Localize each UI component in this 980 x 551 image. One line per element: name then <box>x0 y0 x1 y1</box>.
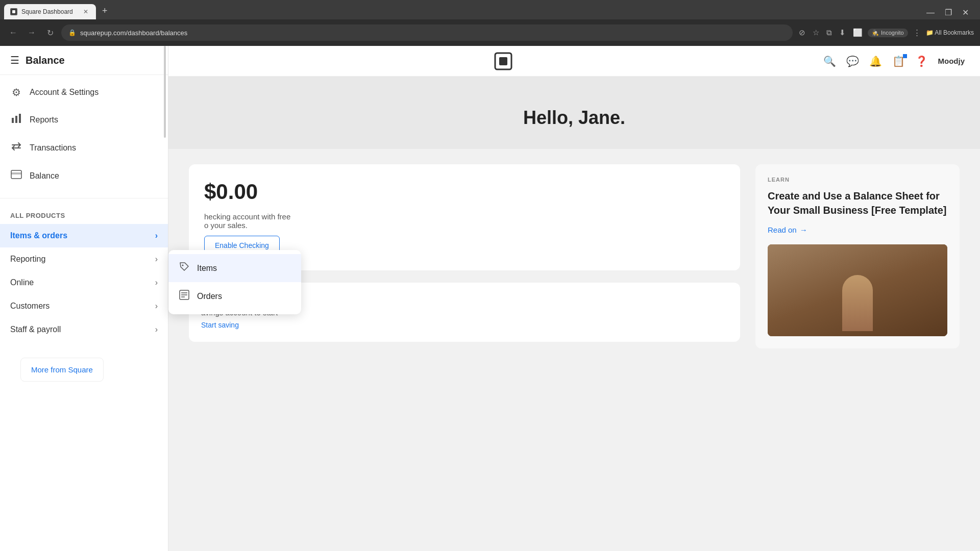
more-from-square-button[interactable]: More from Square <box>20 358 104 382</box>
square-logo-icon <box>494 52 512 70</box>
camera-off-icon[interactable]: ⊘ <box>797 26 807 39</box>
toolbar-actions: ⊘ ☆ ⧉ ⬇ ⬜ 🕵 Incognito ⋮ 📁 All Bookmarks <box>797 26 974 39</box>
user-menu-button[interactable]: Moodjy <box>938 57 965 65</box>
dropdown-item-orders[interactable]: Orders <box>168 282 301 310</box>
device-icon[interactable]: ⬜ <box>851 26 865 39</box>
square-logo <box>494 52 512 70</box>
sidebar: ☰ Balance ⚙ Account & Settings Reports <box>0 46 168 551</box>
extensions-icon[interactable]: ⧉ <box>824 26 834 39</box>
browser-toolbar: ← → ↻ 🔒 squarepup.com/dashboard/balances… <box>0 19 980 46</box>
gear-icon: ⚙ <box>10 86 22 98</box>
staff-payroll-label: Staff & payroll <box>10 325 61 334</box>
sidebar-item-staff-payroll[interactable]: Staff & payroll › <box>0 318 168 341</box>
hero-section: Hello, Jane. <box>168 77 980 149</box>
sidebar-item-account-settings[interactable]: ⚙ Account & Settings <box>0 79 168 106</box>
chevron-right-icon: › <box>155 255 158 264</box>
sidebar-navigation: ⚙ Account & Settings Reports <box>0 75 168 194</box>
video-placeholder-bg <box>768 244 947 336</box>
tab-bar: Square Dashboard ✕ + — ❐ ✕ <box>0 0 980 19</box>
messages-button[interactable]: 💬 <box>846 55 859 67</box>
refresh-button[interactable]: ↻ <box>43 26 57 40</box>
lock-icon: 🔒 <box>68 29 76 36</box>
sidebar-item-online[interactable]: Online › <box>0 271 168 294</box>
incognito-badge: 🕵 Incognito <box>868 29 908 37</box>
app-header: 🔍 💬 🔔 📋 ❓ Moodjy <box>168 46 980 77</box>
chevron-right-icon: › <box>155 231 158 240</box>
sidebar-item-transactions[interactable]: Transactions <box>0 134 168 162</box>
search-button[interactable]: 🔍 <box>823 55 836 67</box>
sidebar-title: Balance <box>26 55 65 66</box>
app-layout: ☰ Balance ⚙ Account & Settings Reports <box>0 46 980 551</box>
window-close-button[interactable]: ✕ <box>959 6 972 19</box>
new-tab-button[interactable]: + <box>98 4 112 18</box>
sidebar-header: ☰ Balance <box>0 46 168 75</box>
balance-label: Balance <box>30 171 59 181</box>
chevron-right-icon: › <box>155 278 158 287</box>
chevron-right-icon: › <box>155 302 158 311</box>
hamburger-button[interactable]: ☰ <box>10 54 19 66</box>
start-saving-button[interactable]: Start saving <box>201 321 239 329</box>
bar-chart-icon <box>10 113 22 127</box>
header-right: 🔍 💬 🔔 📋 ❓ Moodjy <box>823 55 965 67</box>
sidebar-item-balance[interactable]: Balance <box>0 162 168 190</box>
account-settings-label: Account & Settings <box>30 88 99 97</box>
sidebar-item-reporting[interactable]: Reporting › <box>0 247 168 271</box>
hero-greeting: Hello, Jane. <box>189 107 960 129</box>
tab-title: Square Dashboard <box>21 8 73 15</box>
sidebar-item-items-orders[interactable]: Items & orders › <box>0 224 168 247</box>
arrow-icon: → <box>800 226 807 234</box>
items-label: Items <box>197 264 217 273</box>
video-thumbnail[interactable] <box>768 244 947 336</box>
scroll-indicator <box>164 46 166 551</box>
window-controls: — ❐ ✕ <box>923 6 976 19</box>
svg-rect-6 <box>11 172 21 174</box>
checking-text2: o your sales. <box>204 221 248 230</box>
svg-rect-1 <box>12 10 15 13</box>
items-orders-dropdown: Items Orders <box>168 250 301 314</box>
sidebar-item-customers[interactable]: Customers › <box>0 294 168 318</box>
dropdown-item-items[interactable]: Items <box>168 254 301 282</box>
active-tab[interactable]: Square Dashboard ✕ <box>4 4 96 19</box>
address-bar[interactable]: 🔒 squarepup.com/dashboard/balances <box>61 24 793 41</box>
checking-info: hecking account with free o your sales. <box>204 212 725 230</box>
checking-text: hecking account with free <box>204 212 290 221</box>
learn-title: Create and Use a Balance Sheet for Your … <box>768 189 947 217</box>
svg-rect-13 <box>499 57 507 65</box>
notifications-button[interactable]: 🔔 <box>869 55 882 67</box>
bookmarks-button[interactable]: 📁 All Bookmarks <box>926 29 974 36</box>
person-silhouette <box>842 275 873 331</box>
svg-rect-3 <box>15 116 17 123</box>
svg-rect-4 <box>19 114 21 123</box>
customers-label: Customers <box>10 302 50 311</box>
sidebar-item-reports[interactable]: Reports <box>0 106 168 134</box>
help-button[interactable]: ❓ <box>915 55 928 67</box>
reporting-label: Reporting <box>10 255 45 264</box>
chevron-right-icon: › <box>155 325 158 334</box>
forward-button[interactable]: → <box>24 26 39 40</box>
learn-section-label: LEARN <box>768 177 947 183</box>
incognito-label: Incognito <box>881 30 904 36</box>
back-button[interactable]: ← <box>6 26 20 40</box>
transactions-label: Transactions <box>30 143 76 153</box>
orders-label: Orders <box>197 292 222 301</box>
window-maximize-button[interactable]: ❐ <box>942 6 955 19</box>
tab-close-button[interactable]: ✕ <box>82 8 90 16</box>
tab-favicon <box>10 8 17 15</box>
nav-divider <box>0 198 168 198</box>
read-on-link[interactable]: Read on → <box>768 226 947 234</box>
svg-rect-2 <box>12 118 14 123</box>
download-icon[interactable]: ⬇ <box>837 26 848 39</box>
menu-icon[interactable]: ⋮ <box>911 26 923 39</box>
reports-button[interactable]: 📋 <box>892 55 905 67</box>
window-minimize-button[interactable]: — <box>923 6 938 19</box>
incognito-icon: 🕵 <box>872 30 879 36</box>
balance-icon <box>10 169 22 183</box>
balance-amount: $0.00 <box>204 180 725 204</box>
bookmark-star-icon[interactable]: ☆ <box>811 26 821 39</box>
transactions-icon <box>10 141 22 155</box>
browser-chrome: Square Dashboard ✕ + — ❐ ✕ ← → ↻ 🔒 squar… <box>0 0 980 46</box>
learn-card: LEARN Create and Use a Balance Sheet for… <box>755 164 960 348</box>
read-on-label: Read on <box>768 226 797 234</box>
tag-icon <box>179 261 190 275</box>
all-products-label: All products <box>10 212 65 219</box>
